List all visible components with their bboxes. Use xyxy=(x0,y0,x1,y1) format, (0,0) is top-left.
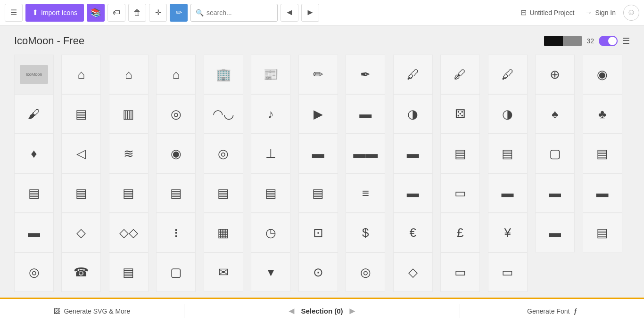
icon-cell-dollar[interactable]: $ xyxy=(346,213,385,252)
icon-cell-book[interactable]: ▬ xyxy=(298,134,338,173)
icon-cell-phone[interactable]: ☎ xyxy=(61,252,101,292)
redo-button[interactable]: ► xyxy=(301,4,319,22)
library-button[interactable]: 📚 xyxy=(87,4,105,22)
icon-cell-ticket[interactable]: ◷ xyxy=(251,213,290,252)
color-bar[interactable] xyxy=(544,36,582,46)
icon-cell-spade[interactable]: ♠ xyxy=(535,94,575,134)
icon-cell-address-book[interactable]: ▤ xyxy=(109,252,149,292)
icon-cell-play[interactable]: ▶ xyxy=(298,94,338,134)
icon-cell-folder[interactable]: ▬ xyxy=(393,173,433,213)
icon-cell-location[interactable]: ⊙ xyxy=(298,252,338,292)
icon-cell-images[interactable]: ▥ xyxy=(109,94,149,134)
icon-cell-pacman[interactable]: ◑ xyxy=(488,94,528,134)
icon-cell-file-copy[interactable]: ▤ xyxy=(583,134,622,173)
icon-cell-broadcast[interactable]: ◉ xyxy=(156,134,196,173)
tag-button[interactable]: 🏷 xyxy=(107,4,125,22)
icon-cell-map2[interactable]: ▭ xyxy=(488,252,528,292)
icon-cell-quill[interactable]: 🖊 xyxy=(488,55,528,94)
icon-cell-paint-roller[interactable]: 🖌 xyxy=(14,94,54,134)
icon-cell-tags[interactable]: ◇◇ xyxy=(109,213,149,252)
icon-cell-film[interactable]: ▬ xyxy=(346,94,385,134)
list-view-button[interactable]: ☰ xyxy=(622,36,630,46)
icon-cell-paste[interactable]: ▤ xyxy=(298,173,338,213)
edit-button[interactable]: ✏ xyxy=(170,4,188,22)
icon-cell-megaphone[interactable]: ◁ xyxy=(61,134,101,173)
icon-cell-club[interactable]: ♣ xyxy=(583,94,622,134)
icon-cell-table[interactable]: ▤ xyxy=(583,213,622,252)
icon-cell-location-target[interactable]: ◎ xyxy=(346,252,385,292)
icon-symbol: ▤ xyxy=(123,187,134,199)
icon-cell-stack[interactable]: ≡ xyxy=(346,173,385,213)
icon-cell-file-zip[interactable]: ▤ xyxy=(204,173,243,213)
icon-cell-pencil[interactable]: ✏ xyxy=(298,55,338,94)
icon-cell-eyedropper[interactable]: ⊕ xyxy=(535,55,575,94)
icon-cell-home-outline[interactable]: ⌂ xyxy=(109,55,149,94)
icon-cell-compass[interactable]: ◇ xyxy=(393,252,433,292)
icon-symbol: ▬ xyxy=(407,187,419,199)
search-input[interactable] xyxy=(206,9,272,16)
import-icons-button[interactable]: ⬆ Import Icons xyxy=(25,4,84,22)
icon-cell-lifebuoy[interactable]: ◎ xyxy=(14,252,54,292)
icon-cell-books[interactable]: ▬▬ xyxy=(346,134,385,173)
icon-symbol: ⊙ xyxy=(313,266,323,278)
icon-cell-file-blank[interactable]: ▢ xyxy=(535,134,575,173)
icon-cell-cart[interactable]: ⊡ xyxy=(298,213,338,252)
icon-cell-feather[interactable]: 🖊 xyxy=(393,55,433,94)
icon-cell-folder-upload[interactable]: ▬ xyxy=(14,213,54,252)
icon-cell-buildings[interactable]: 🏢 xyxy=(204,55,243,94)
icon-cell-image[interactable]: ▤ xyxy=(61,94,101,134)
undo-button[interactable]: ◄ xyxy=(281,4,298,22)
move-button[interactable]: ✛ xyxy=(149,4,167,22)
icon-cell-wifi[interactable]: ≋ xyxy=(109,134,149,173)
menu-button[interactable]: ☰ xyxy=(5,4,23,22)
icon-cell-camera[interactable]: ◎ xyxy=(156,94,196,134)
icon-cell-tag[interactable]: ◇ xyxy=(61,213,101,252)
toggle-switch[interactable] xyxy=(599,36,618,46)
iconset-header: IcoMoon - Free 32 ☰ xyxy=(14,35,630,47)
icon-cell-mic[interactable]: ⊥ xyxy=(251,134,290,173)
icon-cell-pen[interactable]: ✒ xyxy=(346,55,385,94)
icon-cell-newspaper[interactable]: 📰 xyxy=(251,55,290,94)
icon-cell-file-text[interactable]: ▤ xyxy=(440,134,480,173)
icon-symbol: ▭ xyxy=(502,266,513,278)
icon-cell-folder-download[interactable]: ▬ xyxy=(583,173,622,213)
icon-cell-radio[interactable]: ◎ xyxy=(204,134,243,173)
signin-button[interactable]: → Sign In xyxy=(585,8,616,17)
avatar[interactable]: ☺ xyxy=(623,5,639,21)
project-selector[interactable]: ⊟ Untitled Project xyxy=(520,8,574,17)
icon-cell-logo[interactable]: IcoMoon xyxy=(14,55,54,94)
icon-cell-music-note[interactable]: ♪ xyxy=(251,94,290,134)
icon-cell-map[interactable]: ▭ xyxy=(440,252,480,292)
icon-cell-headphones[interactable]: ◠◡ xyxy=(204,94,243,134)
icon-cell-dice[interactable]: ⚄ xyxy=(440,94,480,134)
icon-cell-folder-minus[interactable]: ▬ xyxy=(535,173,575,213)
icon-symbol: ♠ xyxy=(552,108,558,120)
icon-cell-folder-plus[interactable]: ▬ xyxy=(488,173,528,213)
icon-symbol: ▬ xyxy=(312,147,324,160)
icon-cell-file-contact[interactable]: ▤ xyxy=(488,134,528,173)
icon-cell-folder-open[interactable]: ▭ xyxy=(440,173,480,213)
icon-cell-video-camera[interactable]: ◑ xyxy=(393,94,433,134)
icon-cell-image-frame[interactable]: ▢ xyxy=(156,252,196,292)
icon-cell-location-pin[interactable]: ▾ xyxy=(251,252,290,292)
icon-cell-file-image[interactable]: ▤ xyxy=(61,173,101,213)
icon-cell-envelope[interactable]: ✉ xyxy=(204,252,243,292)
icon-cell-file-video[interactable]: ▤ xyxy=(156,173,196,213)
icon-cell-file-text2[interactable]: ▤ xyxy=(14,173,54,213)
icon-cell-yen[interactable]: ¥ xyxy=(488,213,528,252)
icon-symbol: ◑ xyxy=(407,108,418,120)
icon-cell-euro[interactable]: € xyxy=(393,213,433,252)
icon-cell-credit-card[interactable]: ▬ xyxy=(535,213,575,252)
delete-button[interactable]: 🗑 xyxy=(128,4,146,22)
icon-cell-droplet[interactable]: ◉ xyxy=(583,55,622,94)
icon-cell-pound[interactable]: £ xyxy=(440,213,480,252)
icon-cell-qrcode[interactable]: ▦ xyxy=(204,213,243,252)
icon-cell-library[interactable]: ▬ xyxy=(393,134,433,173)
icon-cell-home-bold[interactable]: ⌂ xyxy=(156,55,196,94)
icon-cell-diamond[interactable]: ♦ xyxy=(14,134,54,173)
icon-cell-copy[interactable]: ▤ xyxy=(251,173,290,213)
icon-cell-barcode[interactable]: ⫶ xyxy=(156,213,196,252)
icon-cell-file-music[interactable]: ▤ xyxy=(109,173,149,213)
icon-cell-home-filled[interactable]: ⌂ xyxy=(61,55,101,94)
icon-cell-nib[interactable]: 🖋 xyxy=(440,55,480,94)
